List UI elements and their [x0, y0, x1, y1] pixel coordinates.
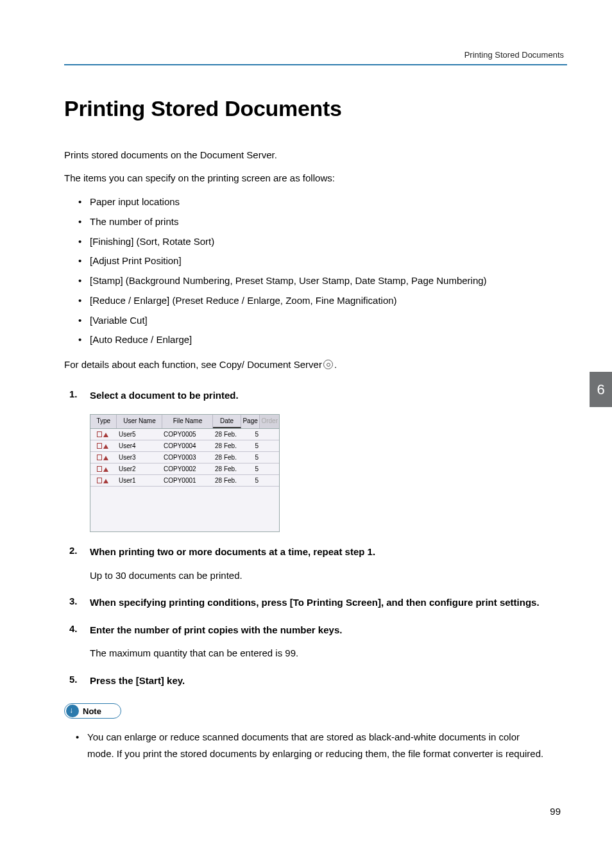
step-body: Up to 30 documents can be printed. — [90, 569, 548, 583]
row-user: User1 — [117, 477, 164, 484]
note-label: Note — [83, 706, 101, 716]
row-page: 5 — [243, 465, 262, 472]
row-user: User5 — [117, 431, 164, 438]
row-user: User2 — [117, 465, 164, 472]
row-icons — [90, 431, 117, 437]
spec-item: [Stamp] (Background Numbering, Preset St… — [64, 271, 548, 291]
page-number: 99 — [550, 806, 561, 817]
step-5: Press the [Start] key. — [64, 674, 548, 689]
spec-item: [Variable Cut] — [64, 311, 548, 331]
header-rule — [64, 64, 567, 65]
user-icon — [103, 479, 108, 483]
intro-text-2: The items you can specify on the printin… — [64, 170, 548, 187]
page-title: Printing Stored Documents — [64, 96, 548, 121]
document-icon — [97, 466, 102, 472]
col-user[interactable]: User Name — [117, 415, 162, 428]
screenshot-spacer — [90, 487, 279, 531]
document-icon — [97, 478, 102, 483]
details-suffix: . — [334, 359, 337, 370]
step-3: When specifying printing conditions, pre… — [64, 596, 548, 610]
step-body: The maximum quantity that can be entered… — [90, 646, 548, 661]
document-icon — [97, 455, 102, 460]
cd-icon — [323, 360, 333, 369]
user-icon — [103, 444, 108, 449]
row-file: COPY0005 — [164, 431, 215, 438]
step-4: Enter the number of print copies with th… — [64, 623, 548, 661]
document-icon — [97, 443, 102, 449]
document-list-screenshot: Type User Name File Name Date Page Order… — [90, 414, 280, 532]
spec-item: [Adjust Print Position] — [64, 251, 548, 271]
row-file: COPY0004 — [164, 442, 215, 449]
spec-list: Paper input locations The number of prin… — [64, 192, 548, 350]
note-list: You can enlarge or reduce scanned docume… — [64, 729, 548, 763]
running-header: Printing Stored Documents — [464, 50, 564, 60]
table-row[interactable]: User2 COPY0002 28 Feb. 5 — [90, 463, 279, 475]
row-date: 28 Feb. — [215, 442, 243, 449]
col-type[interactable]: Type — [90, 415, 117, 428]
note-item: You can enlarge or reduce scanned docume… — [64, 729, 548, 763]
details-line: For details about each function, see Cop… — [64, 356, 548, 373]
row-user: User4 — [117, 442, 164, 449]
user-icon — [103, 467, 108, 472]
row-file: COPY0003 — [164, 454, 215, 461]
user-icon — [103, 433, 108, 437]
col-file[interactable]: File Name — [162, 415, 213, 428]
step-2: When printing two or more documents at a… — [64, 545, 548, 583]
row-date: 28 Feb. — [215, 477, 243, 484]
table-row[interactable]: User3 COPY0003 28 Feb. 5 — [90, 452, 279, 463]
document-icon — [97, 431, 102, 437]
screenshot-header: Type User Name File Name Date Page Order — [90, 415, 279, 429]
row-icons — [90, 478, 117, 483]
row-date: 28 Feb. — [215, 454, 243, 461]
row-icons — [90, 443, 117, 449]
user-icon — [103, 456, 108, 460]
table-row[interactable]: User1 COPY0001 28 Feb. 5 — [90, 475, 279, 487]
row-page: 5 — [243, 442, 262, 449]
table-row[interactable]: User5 COPY0005 28 Feb. 5 — [90, 429, 279, 440]
row-page: 5 — [243, 454, 262, 461]
spec-item: [Finishing] (Sort, Rotate Sort) — [64, 232, 548, 252]
row-icons — [90, 466, 117, 472]
spec-item: The number of prints — [64, 212, 548, 232]
row-date: 28 Feb. — [215, 465, 243, 472]
chapter-tab: 6 — [590, 372, 612, 407]
col-page[interactable]: Page — [241, 415, 260, 428]
row-page: 5 — [243, 477, 262, 484]
down-arrow-icon — [66, 705, 79, 717]
step-head: When specifying printing conditions, pre… — [90, 596, 548, 610]
intro-text-1: Prints stored documents on the Document … — [64, 147, 548, 163]
step-head: Enter the number of print copies with th… — [90, 623, 548, 638]
procedure-list: Select a document to be printed. Type Us… — [64, 388, 548, 689]
row-icons — [90, 455, 117, 460]
screenshot-rows: User5 COPY0005 28 Feb. 5 User4 COPY0004 … — [90, 429, 279, 531]
row-user: User3 — [117, 454, 164, 461]
row-page: 5 — [243, 431, 262, 438]
col-date[interactable]: Date — [213, 415, 241, 428]
spec-item: [Reduce / Enlarge] (Preset Reduce / Enla… — [64, 291, 548, 311]
step-head: Press the [Start] key. — [90, 674, 548, 689]
spec-item: Paper input locations — [64, 192, 548, 212]
step-head: Select a document to be printed. — [90, 388, 548, 403]
step-1: Select a document to be printed. Type Us… — [64, 388, 548, 533]
row-file: COPY0001 — [164, 477, 215, 484]
step-head: When printing two or more documents at a… — [90, 545, 548, 560]
note-badge: Note — [64, 703, 121, 719]
row-file: COPY0002 — [164, 465, 215, 472]
col-order[interactable]: Order — [260, 415, 279, 428]
table-row[interactable]: User4 COPY0004 28 Feb. 5 — [90, 440, 279, 452]
spec-item: [Auto Reduce / Enlarge] — [64, 330, 548, 350]
details-prefix: For details about each function, see Cop… — [64, 359, 322, 370]
row-date: 28 Feb. — [215, 431, 243, 438]
page-content: Printing Stored Documents Prints stored … — [64, 96, 548, 763]
